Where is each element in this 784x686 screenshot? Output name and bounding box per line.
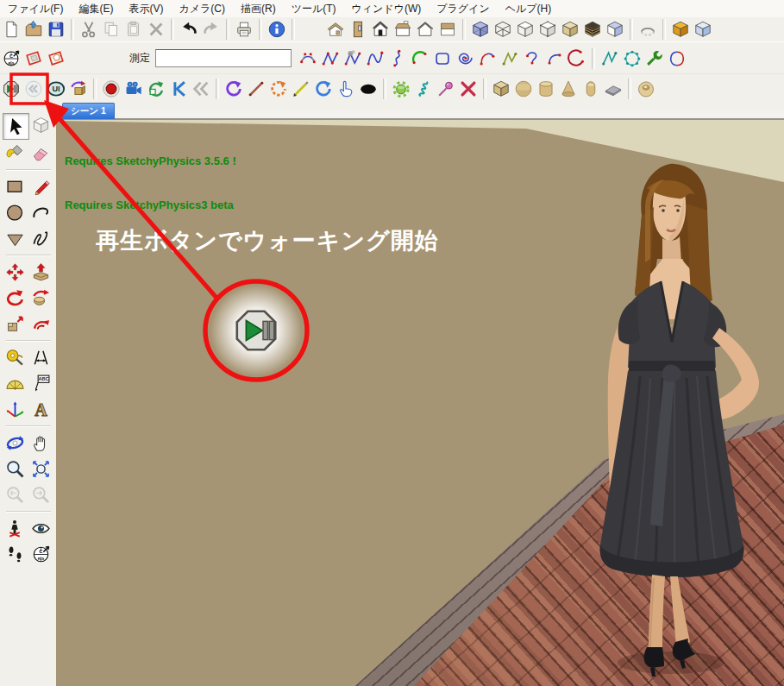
xray-style-button[interactable] xyxy=(469,18,492,41)
select-button[interactable] xyxy=(3,113,29,140)
component-door-button[interactable] xyxy=(347,18,369,41)
bezier-curve-button[interactable] xyxy=(364,47,386,70)
freehand-button[interactable] xyxy=(28,226,53,251)
capsule-shape-button[interactable] xyxy=(580,78,602,100)
house-outline-button[interactable] xyxy=(414,18,436,41)
open-model-button[interactable] xyxy=(22,18,45,41)
paste-button[interactable] xyxy=(122,18,145,41)
model-info-button[interactable] xyxy=(266,18,288,41)
textured-dark-style-button[interactable] xyxy=(581,18,604,41)
eraser-button[interactable] xyxy=(28,141,53,166)
scale-button[interactable] xyxy=(3,312,28,337)
movie-camera-button[interactable] xyxy=(122,78,145,100)
bezier-polyline-button[interactable] xyxy=(319,47,342,70)
menu-item-2[interactable]: 編集(E) xyxy=(71,0,121,18)
rs-compass-button[interactable]: CR-S xyxy=(0,47,22,70)
record-button[interactable] xyxy=(100,78,122,100)
wall-panel-button[interactable] xyxy=(436,18,459,41)
shadow-ellipse-button[interactable] xyxy=(357,78,379,100)
back-edges-button[interactable] xyxy=(637,18,659,41)
shaded-textures-style-button[interactable] xyxy=(559,18,581,41)
text-button[interactable]: ABC xyxy=(28,371,53,396)
erase-button[interactable] xyxy=(145,18,167,41)
offset-button[interactable] xyxy=(28,312,53,337)
menu-item-9[interactable]: ヘルプ(H) xyxy=(498,0,560,18)
menu-item-7[interactable]: ウィンドウ(W) xyxy=(344,0,430,18)
refresh-blue-button[interactable] xyxy=(312,78,335,100)
section-plane-button[interactable] xyxy=(22,47,45,70)
joint-line-button[interactable] xyxy=(245,78,267,100)
cone-shape-button[interactable] xyxy=(557,78,580,100)
zoom-button[interactable] xyxy=(3,456,28,481)
menu-item-1[interactable]: ファイル(F) xyxy=(0,0,71,18)
zoom-previous-button[interactable] xyxy=(3,482,28,507)
position-camera-button[interactable] xyxy=(3,516,28,541)
3d-viewport[interactable]: Requires SketchyPhysics 3.5.6 ! Requires… xyxy=(56,110,784,686)
print-button[interactable] xyxy=(233,18,255,41)
getting-started-house-button[interactable] xyxy=(324,18,347,41)
pin-joint-button[interactable] xyxy=(435,78,457,100)
pan-button[interactable] xyxy=(28,431,53,456)
orbit-button[interactable] xyxy=(3,431,28,456)
rectangle-button[interactable] xyxy=(3,174,28,199)
arc-small-button[interactable] xyxy=(543,47,566,70)
new-document-button[interactable] xyxy=(0,18,22,41)
move-button[interactable] xyxy=(3,260,28,285)
reset-camera-button[interactable] xyxy=(145,78,167,100)
menu-item-3[interactable]: 表示(V) xyxy=(121,0,171,18)
cylinder-shape-button[interactable] xyxy=(535,78,557,100)
gear-button[interactable] xyxy=(390,78,412,100)
section-plane-filled-button[interactable] xyxy=(45,47,67,70)
oval-twotone-button[interactable] xyxy=(666,47,688,70)
bezier-anchor-button[interactable] xyxy=(342,47,364,70)
paint-bucket-button[interactable] xyxy=(3,141,28,166)
human-figure-model[interactable] xyxy=(561,155,784,686)
previous-frame-button[interactable] xyxy=(167,78,190,100)
circle-button[interactable] xyxy=(3,200,28,225)
touch-hand-button[interactable] xyxy=(335,78,357,100)
physics-rewind-button[interactable] xyxy=(22,78,45,100)
joint-draw-button[interactable] xyxy=(290,78,312,100)
scene-tab-1[interactable]: シーン 1 xyxy=(62,103,115,119)
torus-shape-button[interactable] xyxy=(635,78,657,100)
refresh-purple-button[interactable] xyxy=(223,78,245,100)
bezier-arc-handles-button[interactable] xyxy=(297,47,319,70)
wireframe-style-button[interactable] xyxy=(492,18,514,41)
delete-joint-button[interactable] xyxy=(457,78,480,100)
arc-twotone-button[interactable] xyxy=(476,47,499,70)
physics-settings-button[interactable] xyxy=(67,78,90,100)
protractor-button[interactable] xyxy=(3,371,28,396)
refresh-orange-button[interactable] xyxy=(267,78,290,100)
3d-text-button[interactable]: A xyxy=(28,397,53,422)
first-frame-button[interactable] xyxy=(190,78,212,100)
menu-item-8[interactable]: プラグイン xyxy=(429,0,497,18)
section-cube-blue-button[interactable] xyxy=(692,18,714,41)
follow-me-button[interactable] xyxy=(28,286,53,311)
hidden-line-style-button[interactable] xyxy=(514,18,536,41)
spline-teal-button[interactable] xyxy=(599,47,621,70)
spiral-button[interactable] xyxy=(454,47,476,70)
bezier-s-button[interactable] xyxy=(386,47,409,70)
tape-measure-button[interactable] xyxy=(3,345,28,370)
polygon-button[interactable] xyxy=(3,226,28,251)
cut-button[interactable] xyxy=(78,18,100,41)
zoom-next-button[interactable] xyxy=(28,482,53,507)
dimension-button[interactable] xyxy=(28,345,53,370)
section-cube-orange-button[interactable] xyxy=(669,18,692,41)
arc-button[interactable] xyxy=(28,200,53,225)
menu-item-6[interactable]: ツール(T) xyxy=(284,0,344,18)
polygon-teal-button[interactable] xyxy=(621,47,643,70)
polyline-olive-button[interactable] xyxy=(499,47,521,70)
look-around-button[interactable] xyxy=(28,516,53,541)
line-button[interactable] xyxy=(28,174,53,199)
rs-compass-small-button[interactable]: CR-S xyxy=(28,542,53,567)
measurement-input[interactable] xyxy=(155,49,292,67)
zoom-extents-button[interactable] xyxy=(28,456,53,481)
physics-play-button[interactable] xyxy=(0,78,22,100)
wrench-button[interactable] xyxy=(643,47,666,70)
box-shape-button[interactable] xyxy=(490,78,512,100)
physics-ui-button[interactable]: UI xyxy=(45,78,67,100)
flat-roof-house-button[interactable] xyxy=(392,18,414,41)
copy-button[interactable] xyxy=(100,18,122,41)
menu-item-5[interactable]: 描画(R) xyxy=(233,0,284,18)
